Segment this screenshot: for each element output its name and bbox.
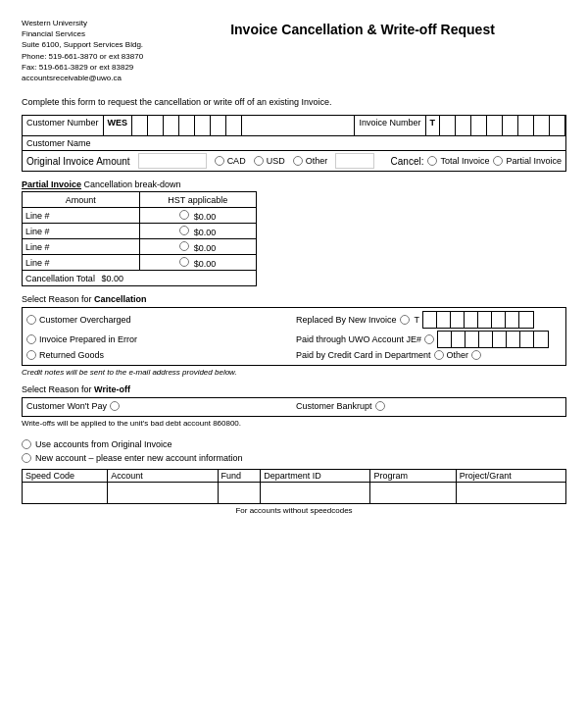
cn-cell-4[interactable] [179,116,195,135]
t-cell-4[interactable] [465,312,478,328]
returned-goods-radio[interactable] [26,350,36,360]
other-reason-radio[interactable] [471,350,481,360]
customer-invoice-row: Customer Number WES Invoice Number T [22,115,566,136]
program-cell[interactable] [370,483,456,504]
form-title: Invoice Cancellation & Write-off Request [159,18,566,37]
speed-code-cell[interactable] [23,483,108,504]
new-account-radio[interactable] [22,453,31,463]
replaced-by-new-radio[interactable] [400,315,410,325]
use-original-account-radio[interactable] [22,439,31,449]
account-header: Account [108,470,218,483]
cancel-group: Cancel: Total Invoice Partial Invoice [391,156,562,167]
customer-number-prefix: WES [104,116,133,135]
reason-customer-overcharged: Customer Overcharged [26,315,292,325]
inv-cell-3[interactable] [471,116,487,135]
cancellation-row-2: Invoice Prepared in Error Paid through U… [26,331,562,348]
project-grant-cell[interactable] [456,483,565,504]
account-cell[interactable] [108,483,218,504]
bankrupt-radio[interactable] [375,401,385,411]
hst-radio-4[interactable] [179,257,189,267]
inv-cell-7[interactable] [534,116,550,135]
invoice-error-radio[interactable] [26,334,36,344]
customer-overcharged-label: Customer Overcharged [39,315,131,325]
t-cell-1[interactable] [423,312,437,328]
org-info: Western University Financial Services Su… [22,18,159,83]
customer-overcharged-radio[interactable] [26,315,36,325]
account-table-section: Speed Code Account Fund Department ID Pr… [22,469,566,515]
inv-cell-2[interactable] [456,116,471,135]
hst-radio-2[interactable] [179,226,189,235]
partial-invoice-label: Partial Invoice [506,156,562,166]
new-account-option: New account – please enter new account i… [22,453,566,463]
partial-line-4: Line # $0.00 [23,255,257,271]
hst-radio-3[interactable] [179,241,189,251]
line-label-2: Line # [23,224,140,239]
uwo-cell-5[interactable] [493,332,507,347]
uwo-cell-4[interactable] [479,332,493,347]
partial-invoice-table: Amount HST applicable Line # $0.00 Line … [22,191,257,286]
dept-id-cell[interactable] [261,483,370,504]
inv-cell-1[interactable] [440,116,456,135]
writeoff-note: Write-offs will be applied to the unit's… [22,419,566,428]
original-invoice-input[interactable] [138,153,207,169]
header: Western University Financial Services Su… [22,18,566,83]
writeoff-title-bold: Write-off [94,384,130,394]
credit-note: Credit notes will be sent to the e-mail … [22,368,566,377]
partial-invoice-radio[interactable] [493,156,503,166]
writeoff-reason-title: Select Reason for Write-off [22,384,566,394]
inv-cell-5[interactable] [503,116,518,135]
line-hst-4: $0.00 [139,255,257,271]
uwo-cell-1[interactable] [438,332,452,347]
uwo-cell-3[interactable] [466,332,479,347]
t-cell-3[interactable] [451,312,465,328]
org-fax: Fax: 519-661-3829 or ext 83829 [22,62,159,73]
uwo-cell-7[interactable] [520,332,534,347]
inv-cell-4[interactable] [487,116,503,135]
other-currency-input[interactable] [335,153,374,169]
t-cell-2[interactable] [437,312,451,328]
cancellation-title-prefix: Select Reason for [22,294,92,304]
t-cell-7[interactable] [506,312,519,328]
other-label: Other [306,156,328,166]
uwo-cell-8[interactable] [534,332,548,347]
uwo-cell-6[interactable] [507,332,520,347]
account-note: For accounts without speedcodes [22,506,566,515]
cn-cell-5[interactable] [195,116,211,135]
writeoff-grid: Customer Won't Pay Customer Bankrupt [22,397,566,417]
fund-cell[interactable] [218,483,261,504]
cn-cell-7[interactable] [226,116,242,135]
partial-line-2: Line # $0.00 [23,224,257,239]
usd-radio-group: USD [254,156,285,166]
org-email: accountsreceivable@uwo.ca [22,73,159,83]
total-invoice-radio[interactable] [427,156,437,166]
hst-radio-1[interactable] [179,210,189,220]
reason-wont-pay: Customer Won't Pay [26,401,292,411]
cn-cell-3[interactable] [164,116,179,135]
wont-pay-radio[interactable] [110,401,120,411]
cad-radio[interactable] [215,156,224,166]
total-invoice-label: Total Invoice [440,156,489,166]
uwo-cell-2[interactable] [452,332,466,347]
cad-radio-group: CAD [215,156,246,166]
line-hst-1: $0.00 [139,208,257,224]
returned-goods-label: Returned Goods [39,350,104,360]
other-radio[interactable] [293,156,303,166]
paid-uwo-radio[interactable] [424,334,434,344]
usd-radio[interactable] [254,156,264,166]
cn-cell-6[interactable] [211,116,226,135]
t-cell-5[interactable] [478,312,492,328]
org-name: Western University [22,18,159,28]
credit-card-radio[interactable] [434,350,444,360]
cn-cell-1[interactable] [132,116,148,135]
line-hst-2: $0.00 [139,224,257,239]
t-cell-6[interactable] [492,312,506,328]
partial-total-row: Cancellation Total $0.00 [23,271,257,286]
cn-cell-2[interactable] [148,116,164,135]
inv-cell-8[interactable] [550,116,565,135]
customer-name-label: Customer Name [26,138,91,148]
t-cell-8[interactable] [519,312,533,328]
use-original-account-option: Use accounts from Original Invoice [22,439,566,449]
inv-cell-6[interactable] [518,116,534,135]
other-radio-group: Other [293,156,328,166]
replaced-cells [422,311,534,329]
